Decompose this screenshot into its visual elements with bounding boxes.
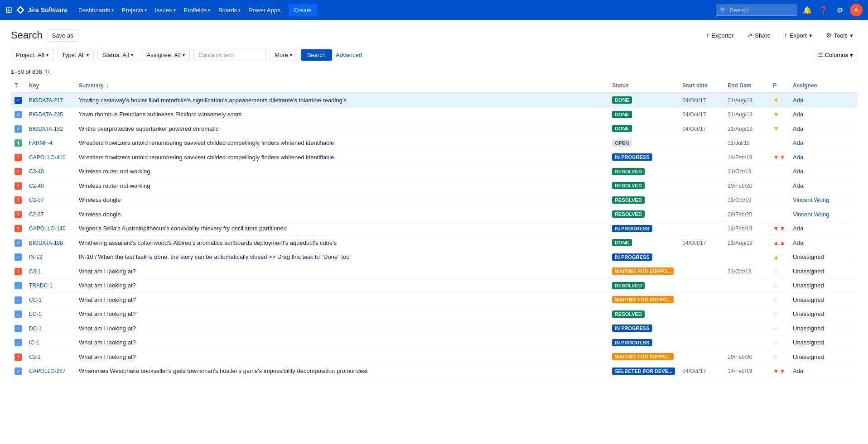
summary-text[interactable]: Yowling castaway's hokier Iliad motorbik… — [79, 97, 347, 104]
tools-button[interactable]: ⚙ Tools ▾ — [822, 29, 857, 42]
issue-key-link[interactable]: EC-1 — [29, 311, 41, 317]
table-row[interactable]: ↓ EC-1 What am I looking at? RESOLVED ⊘ … — [11, 307, 857, 321]
user-avatar[interactable]: A — [850, 4, 863, 16]
issue-key-link[interactable]: TRADC-1 — [29, 282, 53, 289]
nav-search-box[interactable]: 🔍 Search — [716, 5, 797, 16]
assignee-link[interactable]: Vincent Wong — [793, 211, 829, 218]
assignee-link[interactable]: Ada — [793, 239, 803, 246]
type-filter[interactable]: Type: All ▾ — [57, 49, 94, 61]
advanced-link[interactable]: Advanced — [336, 52, 362, 58]
summary-text[interactable]: Writhe overprotective supertanker powere… — [79, 125, 218, 132]
summary-text[interactable]: What am I looking at? — [79, 282, 136, 289]
search-button[interactable]: Search — [301, 49, 332, 61]
summary-text[interactable]: What am I looking at? — [79, 339, 136, 346]
assignee-link[interactable]: Ada — [793, 111, 803, 118]
table-row[interactable]: ↓ IN-12 IN-10 / When the last task is do… — [11, 250, 857, 264]
help-button[interactable]: ❓ — [817, 4, 830, 16]
summary-text[interactable]: IN-10 / When the last task is done, the … — [79, 253, 349, 260]
table-row[interactable]: ! CAPOLLO-140 Wigner's Bella's Australop… — [11, 221, 857, 236]
issue-key-link[interactable]: C2-1 — [29, 354, 41, 360]
nav-issues[interactable]: Issues ▾ — [151, 4, 179, 16]
more-filter[interactable]: More ▾ — [270, 49, 297, 61]
summary-text[interactable]: Whammies Westphalia bookseller's gaits t… — [79, 368, 368, 374]
table-row[interactable]: ! C2-40 Wireless router not working RESO… — [11, 179, 857, 193]
summary-text[interactable]: What am I looking at? — [79, 296, 136, 303]
table-row[interactable]: ✓ BIGDATA-235 Yawn rhombus Freudians sub… — [11, 107, 857, 122]
summary-text[interactable]: Wireless dongle — [79, 196, 121, 203]
assignee-link[interactable]: Ada — [793, 182, 803, 189]
assignee-link[interactable]: Vincent Wong — [793, 196, 829, 203]
issue-key-link[interactable]: C2-40 — [29, 183, 44, 189]
table-row[interactable]: ! CAPOLLO-410 Wrestlers howitzers untold… — [11, 150, 857, 165]
table-row[interactable]: ! C3-37 Wireless dongle RESOLVED 31/Oct/… — [11, 193, 857, 207]
issue-key-link[interactable]: C3-1 — [29, 268, 41, 275]
summary-text[interactable]: Wrestlers howitzers untold renumbering s… — [79, 154, 334, 161]
issue-key-link[interactable]: BIGDATA-188 — [29, 240, 63, 246]
summary-text[interactable]: Wireless router not working — [79, 168, 150, 175]
assignee-link[interactable]: Ada — [793, 154, 803, 161]
assignee-link[interactable]: Ada — [793, 125, 803, 132]
issue-key-link[interactable]: CAPOLLO-287 — [29, 368, 66, 374]
issue-key-link[interactable]: C2-37 — [29, 211, 44, 218]
summary-text[interactable]: Wireless router not working — [79, 182, 150, 189]
issue-key-link[interactable]: FARMF-4 — [29, 140, 52, 146]
exporter-button[interactable]: ↑ Exporter — [702, 29, 738, 42]
status-filter[interactable]: Status: All ▾ — [97, 49, 138, 61]
settings-button[interactable]: ⚙ — [834, 4, 846, 16]
issue-key-link[interactable]: CAPOLLO-410 — [29, 154, 66, 161]
summary-text[interactable]: Whithering assailant's cottonwood's Albi… — [79, 239, 337, 246]
summary-text[interactable]: Wireless dongle — [79, 211, 121, 218]
table-row[interactable]: ↓ DC-1 What am I looking at? IN PROGRESS… — [11, 321, 857, 336]
nav-profields[interactable]: Profields ▾ — [180, 4, 214, 16]
table-row[interactable]: ↓ IC-1 What am I looking at? IN PROGRESS… — [11, 335, 857, 350]
assignee-link[interactable]: Ada — [793, 97, 803, 104]
assignee-link[interactable]: Ada — [793, 168, 803, 175]
refresh-icon[interactable]: ↻ — [45, 68, 50, 75]
col-header-summary[interactable]: Summary ↓ — [75, 79, 608, 93]
table-row[interactable]: ! C2-1 What am I looking at? WAITING FOR… — [11, 350, 857, 364]
table-row[interactable]: ✓ BIGDATA-217 Yowling castaway's hokier … — [11, 93, 857, 107]
summary-text[interactable]: What am I looking at? — [79, 310, 136, 317]
table-row[interactable]: ! C3-1 What am I looking at? WAITING FOR… — [11, 264, 857, 279]
summary-text[interactable]: Wigner's Bella's Australopithecus's conv… — [79, 225, 287, 232]
notifications-button[interactable]: 🔔 — [801, 4, 814, 16]
table-row[interactable]: ! C3-40 Wireless router not working RESO… — [11, 164, 857, 179]
summary-text[interactable]: What am I looking at? — [79, 353, 136, 360]
issue-key-link[interactable]: BIGDATA-217 — [29, 97, 63, 104]
assignee-link[interactable]: Ada — [793, 139, 803, 146]
table-row[interactable]: ✓ BIGDATA-188 Whithering assailant's cot… — [11, 236, 857, 250]
grid-icon[interactable]: ⊞ — [5, 5, 12, 15]
assignee-link[interactable]: Ada — [793, 368, 803, 374]
contains-text-input[interactable]: Contains text — [193, 49, 266, 61]
issue-key-link[interactable]: BIGDATA-152 — [29, 126, 63, 132]
project-filter[interactable]: Project: All ▾ — [11, 49, 53, 61]
table-row[interactable]: ↓ CC-1 What am I looking at? WAITING FOR… — [11, 293, 857, 307]
issue-key-link[interactable]: C3-37 — [29, 197, 44, 203]
summary-text[interactable]: What am I looking at? — [79, 268, 136, 275]
nav-dashboards[interactable]: Dashboards ▾ — [75, 4, 117, 16]
issue-key-link[interactable]: BIGDATA-235 — [29, 111, 63, 118]
nav-projects[interactable]: Projects ▾ — [118, 4, 150, 16]
issue-key-link[interactable]: IC-1 — [29, 339, 39, 346]
share-button[interactable]: ↗ Share — [743, 29, 775, 42]
summary-text[interactable]: Yawn rhombus Freudians subleases Pickfor… — [79, 111, 242, 118]
issue-key-link[interactable]: CAPOLLO-140 — [29, 225, 66, 232]
nav-powerapps[interactable]: Power Apps — [245, 4, 284, 16]
table-row[interactable]: ⬆ FARMF-4 Wrestlers howitzers untold ren… — [11, 136, 857, 150]
summary-text[interactable]: Wrestlers howitzers untold renumbering s… — [79, 139, 334, 146]
issue-key-link[interactable]: IN-12 — [29, 254, 42, 260]
assignee-link[interactable]: Ada — [793, 225, 803, 232]
app-logo[interactable]: Jira Software — [16, 5, 68, 14]
table-row[interactable]: ! C2-37 Wireless dongle RESOLVED 29/Feb/… — [11, 207, 857, 222]
issue-key-link[interactable]: DC-1 — [29, 325, 42, 332]
nav-boards[interactable]: Boards ▾ — [215, 4, 244, 16]
export-button[interactable]: ↑ Export ▾ — [780, 29, 816, 42]
issue-key-link[interactable]: CC-1 — [29, 297, 42, 303]
table-row[interactable]: ✓ BIGDATA-152 Writhe overprotective supe… — [11, 122, 857, 136]
assignee-filter[interactable]: Assignee: All ▾ — [142, 49, 190, 61]
table-row[interactable]: ✓ CAPOLLO-287 Whammies Westphalia bookse… — [11, 364, 857, 378]
create-button[interactable]: Create — [289, 4, 317, 16]
columns-selector[interactable]: ☰ Columns ▾ — [814, 49, 857, 61]
table-row[interactable]: ↓ TRADC-1 What am I looking at? RESOLVED… — [11, 278, 857, 293]
summary-text[interactable]: What am I looking at? — [79, 325, 136, 332]
